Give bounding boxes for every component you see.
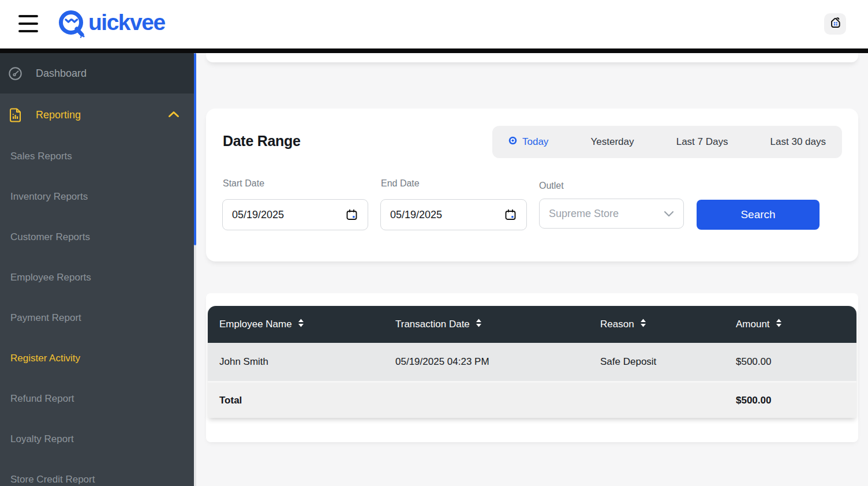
table-total-row: Total $500.00 [208,381,856,418]
sidebar-item-label: Register Activity [10,353,80,364]
start-date-input[interactable]: 05/19/2025 [222,199,368,230]
sidebar-item-label: Employee Reports [10,272,91,283]
quick-option-label: Today [522,136,548,148]
table-row: John Smith 05/19/2025 04:23 PM Safe Depo… [208,343,856,381]
sidebar-nav: Dashboard Reporting Sales Reports Invent… [0,53,194,486]
sidebar-item-store-credit-report[interactable]: Store Credit Report [0,459,194,486]
app-header: uickvee [0,0,868,48]
search-button[interactable]: Search [697,200,820,230]
sort-icon[interactable] [476,319,482,330]
column-header-transaction-date[interactable]: Transaction Date [395,319,600,330]
end-date-label: End Date [381,178,420,189]
sidebar-item-sales-reports[interactable]: Sales Reports [0,136,194,177]
sort-icon[interactable] [776,319,782,330]
report-document-icon [8,107,31,123]
end-date-input[interactable]: 05/19/2025 [380,199,527,230]
chevron-up-icon [168,110,179,120]
table-header-row: Employee Name Transaction Date [208,306,856,343]
total-amount: $500.00 [736,395,856,406]
sidebar-item-register-activity[interactable]: Register Activity [0,338,194,379]
brand-logo[interactable]: uickvee [58,8,165,40]
cell-employee-name: John Smith [208,356,395,368]
quick-option-last-30-days[interactable]: Last 30 days [770,136,826,148]
sidebar-item-label: Inventory Reports [10,191,88,203]
total-label: Total [208,395,395,406]
end-date-value: 05/19/2025 [390,209,442,221]
quick-option-yesterday[interactable]: Yesterday [591,136,634,148]
sidebar-item-loyalty-report[interactable]: Loyalty Report [0,419,194,459]
start-date-value: 05/19/2025 [232,209,284,221]
sort-icon[interactable] [640,319,646,330]
register-activity-table: Employee Name Transaction Date [208,306,856,418]
outlet-label: Outlet [539,181,564,191]
cell-amount: $500.00 [736,356,856,368]
sidebar-item-label: Customer Reports [10,231,90,243]
quick-option-label: Yesterday [591,136,634,148]
date-range-card: Date Range Today Yesterday Last 7 Days [206,109,858,261]
sidebar-item-label: Refund Report [10,393,74,405]
storefront-icon [829,16,842,32]
calendar-icon[interactable] [504,208,517,222]
sidebar-item-label: Reporting [36,109,81,121]
column-header-amount[interactable]: Amount [736,319,856,330]
hamburger-icon[interactable] [18,15,38,32]
logo-q-icon [58,7,88,42]
register-activity-table-card: Employee Name Transaction Date [206,293,858,442]
speedometer-icon [8,66,31,81]
sidebar-item-payment-report[interactable]: Payment Report [0,298,194,338]
chevron-down-icon [664,211,674,217]
outlet-value: Supreme Store [549,208,619,220]
sidebar-item-label: Store Credit Report [10,474,95,485]
sidebar-item-label: Dashboard [36,68,87,80]
logo-wordmark: uickvee [88,10,165,39]
store-switcher-button[interactable] [824,13,846,35]
column-header-employee-name[interactable]: Employee Name [208,319,395,330]
sidebar-item-label: Payment Report [10,312,81,324]
quick-option-label: Last 30 days [770,136,826,148]
start-date-label: Start Date [223,178,264,189]
sort-icon[interactable] [298,319,304,330]
quick-option-label: Last 7 Days [676,136,728,148]
sidebar-item-customer-reports[interactable]: Customer Reports [0,217,194,257]
radio-selected-icon [508,136,517,148]
calendar-icon[interactable] [345,208,358,222]
sidebar-item-label: Sales Reports [10,151,72,162]
header-divider-bar [0,48,868,53]
column-header-reason[interactable]: Reason [600,319,736,330]
quick-option-last-7-days[interactable]: Last 7 Days [676,136,728,148]
cell-reason: Safe Deposit [600,356,736,368]
date-range-title: Date Range [223,133,301,149]
sidebar-item-reporting[interactable]: Reporting [0,94,194,136]
outlet-select[interactable]: Supreme Store [539,199,684,229]
quick-option-today[interactable]: Today [508,136,548,148]
scrolled-card-remnant [206,53,858,62]
sidebar-item-employee-reports[interactable]: Employee Reports [0,257,194,298]
main-content: Date Range Today Yesterday Last 7 Days [196,53,868,486]
sidebar-item-refund-report[interactable]: Refund Report [0,379,194,419]
sidebar-item-label: Loyalty Report [10,433,74,445]
quick-date-options: Today Yesterday Last 7 Days Last 30 days [492,126,842,158]
sidebar-item-dashboard[interactable]: Dashboard [0,53,194,94]
cell-transaction-date: 05/19/2025 04:23 PM [395,356,600,368]
sidebar-item-inventory-reports[interactable]: Inventory Reports [0,177,194,217]
